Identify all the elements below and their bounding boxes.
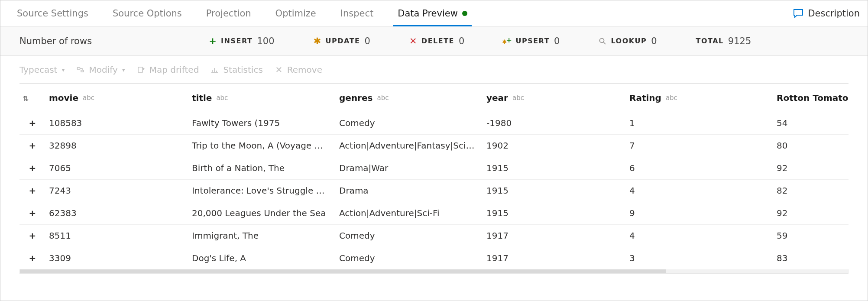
cell-year: 1917 xyxy=(483,247,626,269)
cell-movie: 8511 xyxy=(45,224,188,247)
cell-genres: Drama xyxy=(336,179,483,202)
cell-rotton-tomato: 82 xyxy=(773,179,849,202)
rows-label: Number of rows xyxy=(19,36,92,46)
asterisk-icon: ✱ xyxy=(314,37,321,45)
cell-rotton-tomato: 80 xyxy=(773,134,849,157)
cell-genres: Comedy xyxy=(336,247,483,269)
column-type: abc xyxy=(512,94,524,102)
statistics-button[interactable]: Statistics xyxy=(211,65,262,75)
cell-title: Dog's Life, A xyxy=(188,247,336,269)
map-icon xyxy=(137,66,145,74)
tab-optimize[interactable]: Optimize xyxy=(263,0,328,26)
row-insert-marker: + xyxy=(19,224,45,247)
column-name: Rating xyxy=(629,93,661,103)
tab-data-preview[interactable]: Data Preview xyxy=(385,0,479,26)
cell-rating: 3 xyxy=(626,247,773,269)
svg-line-1 xyxy=(604,42,606,44)
row-insert-marker: + xyxy=(19,179,45,202)
stat-total: TOTAL 9125 xyxy=(696,36,751,46)
column-header-genres[interactable]: genresabc xyxy=(336,84,483,112)
header-row: ⇅movieabctitleabcgenresabcyearabcRatinga… xyxy=(19,84,849,112)
cell-year: 1915 xyxy=(483,157,626,179)
x-icon: ✕ xyxy=(409,37,417,45)
map-drifted-button[interactable]: Map drifted xyxy=(137,65,199,75)
chevron-down-icon: ▾ xyxy=(122,66,125,73)
row-insert-marker: + xyxy=(19,112,45,134)
remove-button[interactable]: ✕ Remove xyxy=(275,65,322,75)
table-row[interactable]: +7243Intolerance: Love's Struggle …Drama… xyxy=(19,179,849,202)
tab-label: Optimize xyxy=(275,8,316,19)
cell-movie: 32898 xyxy=(45,134,188,157)
cell-movie: 3309 xyxy=(45,247,188,269)
cell-genres: Comedy xyxy=(336,224,483,247)
typecast-button[interactable]: Typecast ▾ xyxy=(19,65,65,75)
tab-label: Data Preview xyxy=(398,8,458,19)
stats-icon xyxy=(211,66,219,74)
cell-title: 20,000 Leagues Under the Sea xyxy=(188,202,336,224)
description-button[interactable]: Description xyxy=(781,8,863,19)
cell-movie: 62383 xyxy=(45,202,188,224)
cell-year: -1980 xyxy=(483,112,626,134)
table-row[interactable]: +3309Dog's Life, AComedy1917383 xyxy=(19,247,849,269)
table-row[interactable]: +108583Fawlty Towers (1975Comedy-1980154 xyxy=(19,112,849,134)
scrollbar-thumb[interactable] xyxy=(20,269,666,273)
cell-rating: 1 xyxy=(626,112,773,134)
tab-inspect[interactable]: Inspect xyxy=(328,0,385,26)
grid-wrap: ⇅movieabctitleabcgenresabcyearabcRatinga… xyxy=(19,84,849,274)
row-insert-marker: + xyxy=(19,202,45,224)
stat-delete: ✕ DELETE 0 xyxy=(409,36,465,46)
column-header-rating[interactable]: Ratingabc xyxy=(626,84,773,112)
sort-column[interactable]: ⇅ xyxy=(19,84,45,112)
column-name: Rotton Tomato xyxy=(777,93,849,103)
column-name: movie xyxy=(49,93,78,103)
cell-genres: Action|Adventure|Fantasy|Sci… xyxy=(336,134,483,157)
column-header-rotton-tomato[interactable]: Rotton Tomatoabc xyxy=(773,84,849,112)
table-row[interactable]: +8511Immigrant, TheComedy1917459 xyxy=(19,224,849,247)
column-type: abc xyxy=(216,94,228,102)
cell-movie: 108583 xyxy=(45,112,188,134)
cell-title: Trip to the Moon, A (Voyage … xyxy=(188,134,336,157)
cell-movie: 7065 xyxy=(45,157,188,179)
cell-year: 1917 xyxy=(483,224,626,247)
stat-update: ✱ UPDATE 0 xyxy=(314,36,370,46)
table-row[interactable]: +32898Trip to the Moon, A (Voyage …Actio… xyxy=(19,134,849,157)
column-header-year[interactable]: yearabc xyxy=(483,84,626,112)
tab-bar: Source Settings Source Options Projectio… xyxy=(0,0,868,26)
cell-genres: Action|Adventure|Sci-Fi xyxy=(336,202,483,224)
cell-rotton-tomato: 83 xyxy=(773,247,849,269)
horizontal-scrollbar[interactable] xyxy=(19,269,849,274)
cell-genres: Drama|War xyxy=(336,157,483,179)
svg-rect-3 xyxy=(81,70,84,72)
cell-title: Immigrant, The xyxy=(188,224,336,247)
sort-icon: ⇅ xyxy=(23,94,29,103)
cell-year: 1902 xyxy=(483,134,626,157)
cell-rating: 6 xyxy=(626,157,773,179)
svg-point-0 xyxy=(600,38,604,42)
cell-rotton-tomato: 92 xyxy=(773,202,849,224)
app-window: Source Settings Source Options Projectio… xyxy=(0,0,868,301)
cell-rating: 9 xyxy=(626,202,773,224)
row-insert-marker: + xyxy=(19,247,45,269)
cell-rotton-tomato: 92 xyxy=(773,157,849,179)
table-row[interactable]: +6238320,000 Leagues Under the SeaAction… xyxy=(19,202,849,224)
cell-movie: 7243 xyxy=(45,179,188,202)
tab-source-options[interactable]: Source Options xyxy=(100,0,194,26)
data-grid: ⇅movieabctitleabcgenresabcyearabcRatinga… xyxy=(19,84,849,270)
tab-source-settings[interactable]: Source Settings xyxy=(5,0,100,26)
tab-projection[interactable]: Projection xyxy=(194,0,263,26)
column-name: title xyxy=(192,93,212,103)
svg-rect-2 xyxy=(78,68,80,69)
modify-button[interactable]: Modify ▾ xyxy=(77,65,125,75)
column-name: genres xyxy=(339,93,372,103)
table-row[interactable]: +7065Birth of a Nation, TheDrama|War1915… xyxy=(19,157,849,179)
column-header-title[interactable]: titleabc xyxy=(188,84,336,112)
column-header-movie[interactable]: movieabc xyxy=(45,84,188,112)
status-dot-icon xyxy=(462,11,467,16)
column-type: abc xyxy=(83,94,94,102)
data-preview-panel: Typecast ▾ Modify ▾ Map drifted xyxy=(0,56,868,284)
tab-label: Source Options xyxy=(113,8,182,19)
row-insert-marker: + xyxy=(19,134,45,157)
remove-icon: ✕ xyxy=(275,66,283,74)
cell-title: Fawlty Towers (1975 xyxy=(188,112,336,134)
cell-rating: 7 xyxy=(626,134,773,157)
